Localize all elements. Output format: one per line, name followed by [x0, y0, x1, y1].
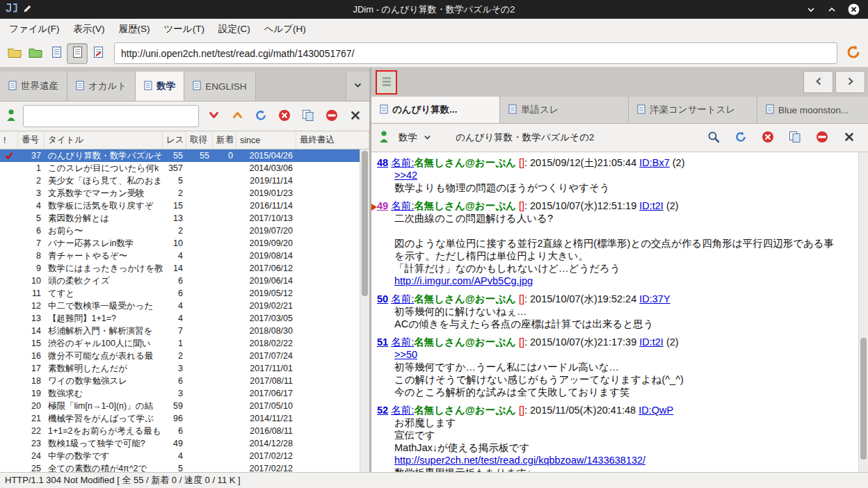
- thread-list-row[interactable]: 10頭の柔軟クイズ62019/06/14: [0, 275, 360, 287]
- thread-list-row[interactable]: 2美少女「ほら見て、私のおま52019/11/14: [0, 174, 360, 187]
- post-number-link[interactable]: 49: [377, 200, 388, 211]
- search-in-thread-button[interactable]: [705, 129, 723, 147]
- thread-list-row[interactable]: 18ワイの数学勉強スレ62017/08/11: [0, 375, 360, 387]
- post-body-link[interactable]: >>50: [394, 349, 417, 360]
- scrollbar-thumb[interactable]: [860, 338, 867, 459]
- thread-list-row[interactable]: 7バナー応募スレin数学102019/09/20: [0, 237, 360, 250]
- board-tab-occult[interactable]: オカルト: [67, 72, 136, 101]
- close-tab-button[interactable]: [346, 107, 364, 125]
- thread-list-row[interactable]: 17素数解明したんだが32017/11/01: [0, 362, 360, 375]
- thread-list-row[interactable]: 6お前ら〜22019/07/20: [0, 225, 360, 237]
- thread-list-row[interactable]: 8青チャートやるぞ〜42019/08/14: [0, 250, 360, 262]
- thread-list-scrollbar[interactable]: [360, 149, 369, 472]
- abone-button[interactable]: [323, 107, 340, 125]
- thread-list-row[interactable]: 20極限「lim[n→1-0](n)」の結592017/05/10: [0, 400, 360, 412]
- thread-list-row[interactable]: 9数学にはまったきっかけを教142017/06/12: [0, 262, 360, 275]
- menu-history[interactable]: 履歴(S): [112, 19, 157, 39]
- col-res[interactable]: レス: [163, 131, 186, 149]
- thread-list-row[interactable]: 221+1=2をお前らが考える最も62016/08/11: [0, 425, 360, 437]
- post-id-link[interactable]: ID:37Y: [639, 293, 670, 304]
- col-number[interactable]: 番号: [18, 131, 45, 149]
- post-name-label-link[interactable]: 名前:: [391, 293, 414, 304]
- thread-tab-nonbiri[interactable]: のんびり算数...: [371, 97, 500, 123]
- post-number-link[interactable]: 48: [377, 157, 388, 168]
- thread-content-scrollbar[interactable]: [858, 152, 868, 472]
- col-title[interactable]: タイトル: [45, 131, 163, 149]
- thread-list-row[interactable]: 16微分不可能な点が表れる最22017/07/24: [0, 350, 360, 362]
- col-new[interactable]: 新着: [213, 131, 236, 149]
- close-button[interactable]: [848, 3, 860, 15]
- board-select[interactable]: 数学: [395, 129, 435, 147]
- thread-list-row[interactable]: 5素因数分解とは132017/10/13: [0, 212, 360, 225]
- thread-filter-input[interactable]: [23, 105, 199, 127]
- post-id-link[interactable]: ID:t2I: [639, 336, 664, 348]
- menu-view[interactable]: 表示(V): [67, 19, 112, 39]
- thread-tab-bluemoonstone[interactable]: Blue moonston...: [757, 97, 868, 123]
- menu-help[interactable]: ヘルプ(H): [257, 19, 313, 39]
- abone-button[interactable]: [813, 129, 831, 147]
- post-id-link[interactable]: ID:t2I: [639, 200, 664, 211]
- thread-tab-yogaku[interactable]: 洋楽コンサートスレ: [629, 97, 757, 123]
- copy-button[interactable]: [786, 129, 804, 147]
- thread-list-row[interactable]: 3文系数学でマーカン受験22019/01/23: [0, 187, 360, 200]
- col-last-write[interactable]: 最終書込: [296, 131, 369, 149]
- board-tab-math[interactable]: 数学: [136, 72, 184, 101]
- reload-url-button[interactable]: [843, 43, 864, 64]
- thread-view-button[interactable]: [67, 43, 88, 64]
- post-name-label-link[interactable]: 名前:: [391, 200, 414, 211]
- thread-list-row[interactable]: 24中学の数学です42017/02/12: [0, 450, 360, 462]
- next-tab-button[interactable]: [835, 71, 865, 93]
- board-view-button[interactable]: [46, 43, 67, 64]
- thread-list-row[interactable]: 13【超難問】1+1=?42017/03/05: [0, 312, 360, 325]
- post-number-link[interactable]: 51: [377, 336, 388, 348]
- thread-list-row[interactable]: 21機械学習をがんばって学ぶ962014/11/21: [0, 412, 360, 425]
- post-number-link[interactable]: 50: [377, 293, 388, 304]
- post-body-link[interactable]: >>42: [394, 170, 417, 181]
- col-mark[interactable]: !: [0, 131, 18, 149]
- post-id-link[interactable]: ID:Bx7: [639, 157, 670, 168]
- thread-list-row[interactable]: 11てすと62019/05/12: [0, 287, 360, 300]
- post-body-link[interactable]: http://super2ch.net/test/read.cgi/kqbbzo…: [394, 455, 645, 466]
- thread-list-row[interactable]: 15渋谷のギャル100人に聞い12018/02/22: [0, 337, 360, 350]
- thread-list-row[interactable]: 19数強求む32017/06/17: [0, 387, 360, 400]
- reload-thread-button[interactable]: [732, 129, 750, 147]
- board-tab-list-dropdown[interactable]: [346, 72, 369, 101]
- menu-file[interactable]: ファイル(F): [2, 19, 67, 39]
- thread-list-row[interactable]: 37のんびり算数・数学パズルそ555502015/04/26: [0, 149, 360, 162]
- bbslist-button[interactable]: [4, 43, 25, 64]
- post-name-label-link[interactable]: 名前:: [391, 405, 414, 416]
- stop-button[interactable]: [276, 107, 294, 125]
- col-got[interactable]: 取得: [186, 131, 213, 149]
- prev-tab-button[interactable]: [803, 71, 833, 93]
- maximize-button[interactable]: [827, 5, 837, 15]
- thread-list-row[interactable]: 25全ての素数の積が4π^2で52017/02/12: [0, 462, 360, 472]
- reload-list-button[interactable]: [252, 107, 270, 125]
- thread-list-row[interactable]: 23数検1級って独学で可能?492014/12/28: [0, 437, 360, 450]
- thread-list-row[interactable]: 12中二で数検準一級受かった42019/02/21: [0, 300, 360, 312]
- thread-tab-tango[interactable]: 単語スレ: [500, 97, 629, 123]
- col-since[interactable]: since: [236, 131, 296, 149]
- thread-list-row[interactable]: 4数学板に活気を取り戻すぞ152016/11/14: [0, 200, 360, 212]
- copy-button[interactable]: [299, 107, 316, 125]
- search-down-button[interactable]: [205, 107, 223, 125]
- board-tab-sekaiisan[interactable]: 世界遺産: [0, 72, 67, 101]
- post-body-link[interactable]: http://i.imgur.com/APvb5Cg.jpg: [394, 275, 533, 286]
- search-up-button[interactable]: [229, 107, 246, 125]
- post-id-link[interactable]: ID:QwP: [638, 405, 673, 416]
- menu-settings[interactable]: 設定(C): [211, 19, 257, 39]
- post-name-label-link[interactable]: 名前:: [391, 157, 414, 168]
- post-name-label-link[interactable]: 名前:: [391, 336, 414, 348]
- favorites-button[interactable]: [25, 43, 46, 64]
- url-input[interactable]: [114, 42, 837, 64]
- image-view-button[interactable]: [88, 43, 108, 64]
- menu-tools[interactable]: ツール(T): [157, 19, 211, 39]
- close-tab-button[interactable]: [840, 129, 858, 147]
- thread-list-row[interactable]: 1このスレが目についたら何k3572014/03/06: [0, 162, 360, 174]
- board-tab-english[interactable]: ENGLISH: [184, 72, 255, 101]
- thread-list-row[interactable]: 14杉浦解析入門・解析演習を72018/08/30: [0, 325, 360, 337]
- post-number-link[interactable]: 52: [377, 405, 388, 416]
- scrollbar-thumb[interactable]: [362, 151, 368, 296]
- stop-button[interactable]: [759, 129, 777, 147]
- minimize-button[interactable]: [806, 5, 816, 15]
- thread-tab-drag-icon[interactable]: [376, 70, 397, 95]
